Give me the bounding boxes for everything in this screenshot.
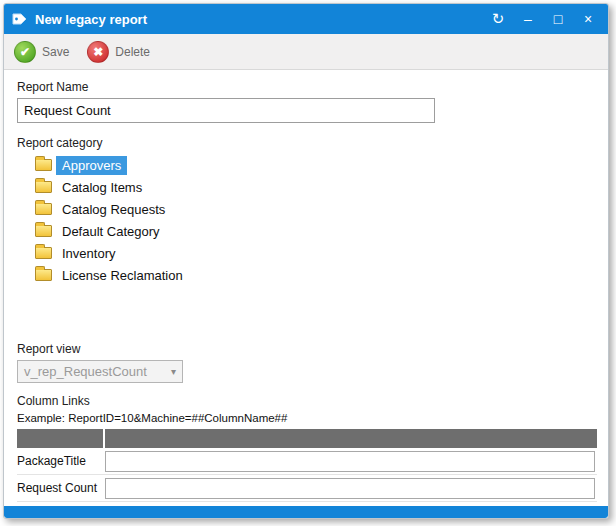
form-content: Report Name Report category Approvers Ca… — [4, 70, 608, 502]
tree-item-label: Catalog Requests — [56, 200, 171, 219]
column-links-example: Example: ReportID=10&Machine=##ColumnNam… — [17, 412, 595, 424]
delete-x-icon: ✖ — [87, 41, 109, 63]
refresh-icon[interactable]: ↻ — [490, 12, 506, 26]
tree-item-approvers[interactable]: Approvers — [17, 154, 127, 176]
tree-item-label: Approvers — [56, 156, 127, 175]
folder-icon — [35, 159, 52, 171]
table-row: PackageTitle — [17, 448, 597, 475]
tree-item-catalog-items[interactable]: Catalog Items — [17, 176, 148, 198]
folder-icon — [35, 225, 52, 237]
window-title: New legacy report — [35, 12, 490, 27]
tree-item-default-category[interactable]: Default Category — [17, 220, 166, 242]
table-row: Request Count — [17, 475, 597, 502]
window: New legacy report ↻ – □ × ✔ Save ✖ Delet… — [3, 3, 609, 519]
titlebar: New legacy report ↻ – □ × — [4, 4, 608, 34]
folder-icon — [35, 247, 52, 259]
packagetitle-input[interactable] — [105, 451, 595, 472]
report-name-label: Report Name — [17, 80, 595, 94]
report-view-value: v_rep_RequestCount — [24, 364, 171, 379]
folder-icon — [35, 203, 52, 215]
window-footer — [4, 506, 608, 518]
tree-item-label: Inventory — [56, 244, 121, 263]
tree-item-label: Catalog Items — [56, 178, 148, 197]
maximize-icon[interactable]: □ — [550, 12, 566, 26]
row-label-packagetitle: PackageTitle — [17, 454, 105, 468]
column-links-grid: PackageTitle Request Count — [17, 429, 597, 502]
delete-button[interactable]: ✖ Delete — [87, 41, 150, 63]
request-count-input[interactable] — [105, 478, 595, 499]
column-links-label: Column Links — [17, 394, 595, 408]
save-check-icon: ✔ — [14, 41, 36, 63]
report-name-input[interactable] — [17, 98, 435, 123]
grid-header-cell — [105, 429, 597, 448]
tree-item-label: License Reclamation — [56, 266, 189, 285]
delete-button-label: Delete — [115, 45, 150, 59]
folder-icon — [35, 269, 52, 281]
report-category-label: Report category — [17, 136, 595, 150]
category-tree: Approvers Catalog Items Catalog Requests… — [17, 154, 595, 286]
save-button-label: Save — [42, 45, 69, 59]
tree-item-license-reclamation[interactable]: License Reclamation — [17, 264, 189, 286]
report-view-label: Report view — [17, 342, 595, 356]
grid-header-cell — [17, 429, 103, 448]
tree-item-inventory[interactable]: Inventory — [17, 242, 121, 264]
folder-icon — [35, 181, 52, 193]
toolbar: ✔ Save ✖ Delete — [4, 34, 608, 70]
row-label-request-count: Request Count — [17, 481, 105, 495]
minimize-icon[interactable]: – — [520, 12, 536, 26]
grid-header — [17, 429, 597, 448]
close-icon[interactable]: × — [580, 12, 596, 26]
window-controls: ↻ – □ × — [490, 12, 600, 26]
report-view-dropdown[interactable]: v_rep_RequestCount ▾ — [17, 360, 183, 383]
tree-item-catalog-requests[interactable]: Catalog Requests — [17, 198, 171, 220]
report-icon — [12, 11, 28, 27]
save-button[interactable]: ✔ Save — [14, 41, 69, 63]
tree-item-label: Default Category — [56, 222, 166, 241]
chevron-down-icon: ▾ — [171, 366, 176, 377]
